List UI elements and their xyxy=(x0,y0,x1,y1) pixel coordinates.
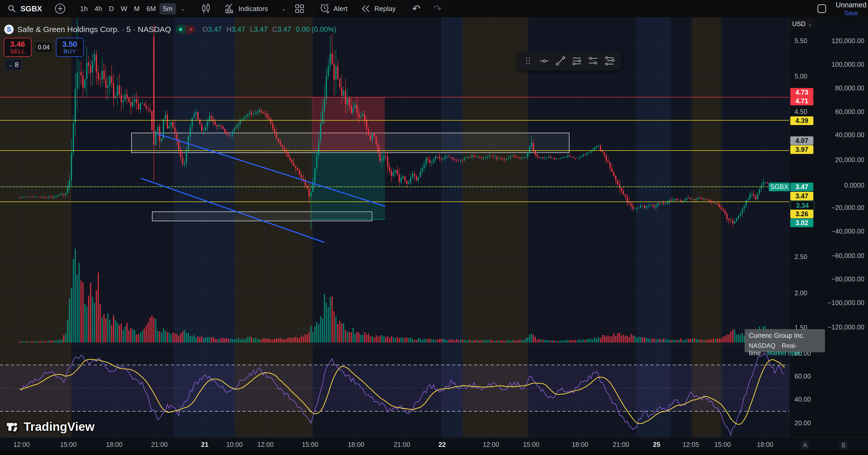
undo-icon[interactable]: ↶ xyxy=(412,0,421,17)
price-tick: 2.00 xyxy=(795,289,807,297)
chevron-down-icon: ⌄ xyxy=(8,61,13,68)
time-tick: 15:00 xyxy=(523,441,539,449)
time-tick: 12:00 xyxy=(483,441,499,449)
interval-6M[interactable]: 6M xyxy=(147,5,156,13)
interval-M[interactable]: M xyxy=(134,5,140,13)
chevron-down-icon: ⌄ xyxy=(808,21,812,27)
volume-tick: 120,000.00 xyxy=(814,37,864,45)
replay-button[interactable]: Replay xyxy=(360,0,396,17)
indicator-tick: 20.00 xyxy=(795,419,811,427)
price-tick: 5.50 xyxy=(795,37,807,45)
buy-button[interactable]: 3.50 BUY xyxy=(56,38,84,57)
search-icon[interactable] xyxy=(7,0,16,17)
realtime-dot-icon xyxy=(176,25,186,34)
legend-title[interactable]: Safe & Green Holdings Corp. · 5 · NASDAQ xyxy=(17,25,171,34)
volume-tick: −20,000.00 xyxy=(814,204,864,211)
time-tick: 18:00 xyxy=(572,441,588,449)
spread-value: 0.04 xyxy=(36,43,52,52)
parallel-lines-tool-icon[interactable] xyxy=(569,53,585,69)
volume-tick: 0.0000 xyxy=(814,182,864,189)
trade-panel: 3.46 SELL 0.04 3.50 BUY xyxy=(4,38,84,57)
volume-tick: 100,000.00 xyxy=(814,61,864,68)
time-tick: 21:00 xyxy=(151,441,168,449)
interval-4h[interactable]: 4h xyxy=(95,5,102,13)
volume-tick: −60,000.00 xyxy=(814,252,864,260)
tradingview-logo[interactable]: TradingView xyxy=(6,419,95,434)
chart-canvas[interactable] xyxy=(0,0,868,455)
alert-button[interactable]: Alert xyxy=(319,0,347,17)
symbol-search-button[interactable]: SGBX xyxy=(21,0,42,17)
object-tree-chip[interactable]: ⌄ 8 xyxy=(5,59,22,70)
volume-tick: −40,000.00 xyxy=(814,228,864,235)
layout-name[interactable]: Unnamed xyxy=(836,1,866,9)
time-tick: 15:00 xyxy=(302,441,318,449)
price-tick: 4.50 xyxy=(795,108,807,116)
layout-icon[interactable] xyxy=(816,0,827,17)
volume-tick: −80,000.00 xyxy=(814,275,864,283)
timezone-button-A[interactable]: A xyxy=(800,440,810,450)
interval-D[interactable]: D xyxy=(109,5,114,13)
volume-tick: 80,000.00 xyxy=(814,84,864,92)
toolbar-divider xyxy=(72,4,73,14)
redo-icon[interactable]: ↷ xyxy=(433,0,442,17)
currency-selector[interactable]: USD ⌄ xyxy=(790,19,814,29)
indicators-button[interactable]: Indicators xyxy=(224,0,268,17)
price-badge-gray: 4.07 xyxy=(790,136,813,145)
time-tick: 12:00 xyxy=(257,441,274,449)
time-tick: 21:00 xyxy=(613,441,629,449)
drag-handle[interactable] xyxy=(520,53,536,69)
interval-selected[interactable]: 5m xyxy=(159,3,176,14)
templates-grid-icon[interactable] xyxy=(294,0,305,17)
data-feed-toggle[interactable]: ≈ xyxy=(176,25,195,34)
volume-tick: 20,000.00 xyxy=(814,156,864,164)
save-button[interactable]: Save xyxy=(836,10,866,17)
horizontal-line-tool-icon[interactable] xyxy=(536,53,552,69)
volume-tick: 60,000.00 xyxy=(814,108,864,116)
time-tick: 12:00 xyxy=(13,441,30,449)
symbol-logo: S xyxy=(4,25,14,34)
volume-tick: −100,000.00 xyxy=(814,299,864,307)
price-badge-green: 3.02 xyxy=(790,218,813,227)
time-tick: 15:00 xyxy=(60,441,77,449)
time-tick: 22 xyxy=(438,441,446,449)
indicators-icon xyxy=(224,3,235,14)
time-tick: 10:00 xyxy=(226,441,243,449)
time-tick: 25 xyxy=(653,441,660,449)
trend-line-tool-icon[interactable] xyxy=(552,53,569,69)
disjoint-channel-tool-icon[interactable] xyxy=(585,53,601,69)
time-tick: 15:00 xyxy=(714,441,731,449)
indicator-tick: 40.00 xyxy=(795,396,811,403)
toolbar-divider xyxy=(192,4,192,14)
price-badge-green: 3.47 xyxy=(790,183,813,191)
timezone-button-B[interactable]: B xyxy=(839,440,848,450)
toolbar-divider xyxy=(216,4,216,14)
price-tick: 5.00 xyxy=(795,72,807,80)
pane-separator[interactable] xyxy=(0,344,789,345)
drawing-toolbar xyxy=(518,52,621,70)
time-tick: 21 xyxy=(201,441,209,449)
time-tick: 12:05 xyxy=(683,441,699,449)
price-badge-yellow: 4.39 xyxy=(790,116,813,125)
compare-add-icon[interactable] xyxy=(54,0,66,17)
tooltip-title: Currenc Group Inc. xyxy=(749,332,825,339)
indicators-chevron-down-icon[interactable]: ⌄ xyxy=(281,0,286,17)
symbol-price-badge: SGBX xyxy=(769,183,790,191)
tooltip-status: NASDAQ·Real-time·Market open xyxy=(749,342,825,357)
alert-clock-icon xyxy=(319,3,331,15)
interval-chevron-down-icon[interactable]: ⌄ xyxy=(181,0,185,17)
bottom-strip xyxy=(0,450,868,455)
replay-rewind-icon xyxy=(360,3,372,14)
time-tick: 18:00 xyxy=(348,441,365,449)
interval-1h[interactable]: 1h xyxy=(80,5,88,13)
volume-tick: 40,000.00 xyxy=(814,131,864,139)
tradingview-glyph-icon xyxy=(6,419,21,434)
price-badge-yellow: 3.26 xyxy=(790,210,813,218)
price-axis-separator xyxy=(789,17,789,437)
chart-style-candles-icon[interactable] xyxy=(200,0,211,17)
tradingview-wordmark: TradingView xyxy=(24,420,95,434)
price-tick: 2.50 xyxy=(795,253,807,261)
sell-button[interactable]: 3.46 SELL xyxy=(4,38,32,57)
top-toolbar: SGBX 1h4hDWM6M5m ⌄ Indicators ⌄ Alert Re… xyxy=(0,0,868,17)
flat-channel-tool-icon[interactable] xyxy=(601,53,618,69)
interval-W[interactable]: W xyxy=(121,5,127,13)
